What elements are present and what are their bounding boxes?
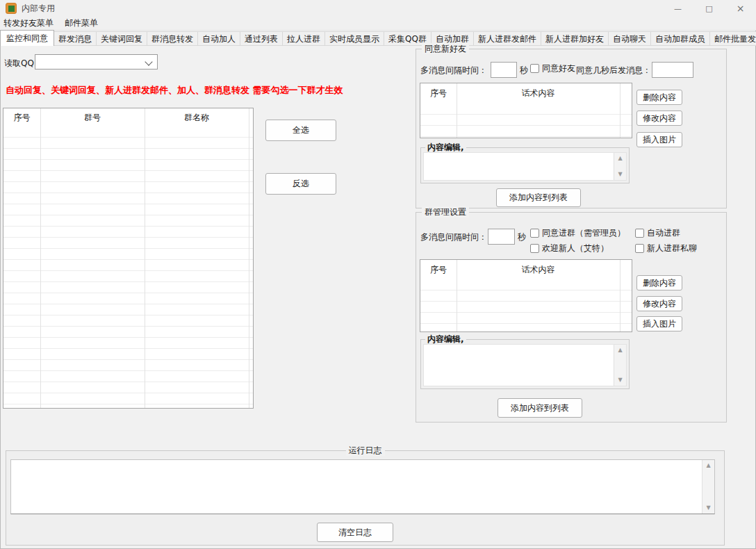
minimize-button[interactable]: — (662, 0, 693, 17)
tab-item-13[interactable]: 自动加群成员 (651, 31, 710, 46)
checkbox-auto-join[interactable]: 自动进群 (635, 228, 680, 238)
column-divider (249, 108, 249, 408)
friend-insert-image-button[interactable]: 插入图片 (636, 132, 682, 147)
friend-add-content-button[interactable]: 添加内容到列表 (496, 188, 581, 207)
clear-log-button[interactable]: 清空日志 (317, 523, 393, 542)
column-divider (620, 83, 621, 138)
editor-scrollbar[interactable]: ▲ ▼ (614, 153, 626, 180)
interval-label: 多消息间隔时间： (420, 232, 487, 242)
tab-item-3[interactable]: 群消息转发 (147, 31, 198, 46)
close-button[interactable]: × (725, 0, 756, 17)
tab-bar: 监控和同意 群发消息 关键词回复 群消息转发 自动加人 通过列表 拉人进群 实时… (0, 30, 756, 46)
col-group-number: 群号 (40, 112, 145, 124)
group-manage-section: 群管理设置 多消息间隔时间： 秒 同意进群（需管理员） 欢迎新人（艾特） 自动进… (416, 212, 727, 423)
group-content-editor[interactable] (423, 344, 627, 386)
col-index: 序号 (420, 88, 457, 99)
col-index: 序号 (420, 264, 457, 276)
tab-item-6[interactable]: 拉人进群 (283, 31, 325, 46)
checkbox-icon (530, 64, 539, 73)
tab-item-10[interactable]: 新人进群发邮件 (474, 31, 541, 46)
qq-select[interactable] (35, 54, 158, 69)
checkbox-icon (635, 244, 644, 253)
friend-delete-content-button[interactable]: 删除内容 (636, 90, 682, 105)
group-modify-content-button[interactable]: 修改内容 (636, 296, 682, 311)
friend-modify-content-button[interactable]: 修改内容 (636, 110, 682, 126)
col-index: 序号 (3, 112, 40, 124)
col-script-content: 话术内容 (457, 264, 620, 276)
group-interval-input[interactable] (488, 229, 515, 245)
script-table-body[interactable] (420, 279, 632, 331)
scroll-down-icon[interactable]: ▼ (614, 377, 626, 384)
scroll-down-icon[interactable]: ▼ (614, 171, 626, 178)
window-controls: — □ × (662, 0, 756, 17)
scroll-down-icon[interactable]: ▼ (702, 505, 714, 511)
checkbox-icon (530, 244, 539, 253)
checkbox-icon (635, 229, 644, 238)
delay-label: 同意几秒后发消息： (576, 65, 651, 75)
checkbox-private-chat[interactable]: 新人进群私聊 (635, 243, 697, 253)
group-content-editor-box: 内容编辑, ▲ ▼ (420, 339, 630, 389)
script-table-header: 序号 话术内容 (420, 260, 632, 280)
interval-input[interactable] (491, 62, 517, 78)
group-list-table[interactable]: 序号 群号 群名称 (3, 108, 254, 409)
checkbox-label: 同意进群（需管理员） (542, 228, 625, 238)
app-window: 内部专用 — □ × 转发好友菜单 邮件菜单 监控和同意 群发消息 关键词回复 … (0, 0, 756, 549)
agree-friend-checkbox[interactable]: 同意好友 (530, 63, 575, 73)
column-divider (145, 108, 145, 408)
maximize-button[interactable]: □ (693, 0, 725, 17)
friend-content-editor-box: 内容编辑, ▲ ▼ (420, 147, 630, 183)
tab-item-12[interactable]: 自动聊天 (609, 31, 651, 46)
friend-content-editor[interactable] (423, 152, 627, 181)
group-insert-image-button[interactable]: 插入图片 (636, 316, 682, 331)
tab-item-2[interactable]: 关键词回复 (97, 31, 147, 46)
scroll-up-icon[interactable]: ▲ (702, 462, 714, 469)
menu-email[interactable]: 邮件菜单 (59, 17, 104, 30)
warning-text: 自动回复、关键词回复、新人进群发邮件、加人、群消息转发 需要勾选一下群才生效 (6, 84, 402, 97)
checkbox-icon (530, 229, 539, 238)
checkbox-agree-join[interactable]: 同意进群（需管理员） (530, 228, 625, 238)
checkbox-label: 新人进群私聊 (647, 243, 697, 253)
checkbox-label: 欢迎新人（艾特） (542, 243, 609, 253)
log-scrollbar[interactable]: ▲ ▼ (702, 460, 714, 514)
column-divider (457, 260, 457, 331)
tab-item-14[interactable]: 邮件批量发送 (710, 31, 756, 46)
seconds-label: 秒 (518, 232, 526, 242)
log-output[interactable]: ▲ ▼ (10, 459, 715, 514)
col-group-name: 群名称 (145, 112, 249, 124)
read-qq-label: 读取QQ: (4, 58, 37, 68)
invert-select-button[interactable]: 反选 (265, 173, 336, 195)
delay-input[interactable] (652, 62, 693, 78)
column-divider (40, 108, 41, 408)
title-bar: 内部专用 — □ × (0, 0, 756, 17)
script-table-header: 序号 话术内容 (420, 83, 632, 104)
interval-label: 多消息间隔时间： (420, 65, 487, 75)
log-section: 运行日志 ▲ ▼ 清空日志 (6, 450, 725, 546)
scroll-up-icon[interactable]: ▲ (614, 155, 626, 162)
checkbox-welcome-new[interactable]: 欢迎新人（艾特） (530, 243, 609, 253)
tab-item-4[interactable]: 自动加人 (198, 31, 240, 46)
column-divider (457, 83, 457, 138)
group-delete-content-button[interactable]: 删除内容 (636, 275, 682, 290)
editor-scrollbar[interactable]: ▲ ▼ (614, 345, 626, 386)
friend-script-table[interactable]: 序号 话术内容 (420, 83, 632, 138)
app-icon (6, 3, 17, 14)
log-section-title: 运行日志 (346, 445, 385, 456)
checkbox-label: 自动进群 (647, 228, 680, 238)
tab-item-5[interactable]: 通过列表 (240, 31, 283, 46)
menu-forward-friend[interactable]: 转发好友菜单 (0, 17, 59, 30)
tab-item-1[interactable]: 群发消息 (54, 31, 97, 46)
col-script-content: 话术内容 (457, 88, 620, 99)
group-script-table[interactable]: 序号 话术内容 (420, 259, 632, 332)
tab-item-0[interactable]: 监控和同意 (0, 30, 54, 46)
script-table-body[interactable] (420, 104, 632, 138)
scroll-up-icon[interactable]: ▲ (614, 347, 626, 354)
tab-item-11[interactable]: 新人进群加好友 (541, 31, 609, 46)
friend-section-title: 同意新好友 (422, 43, 469, 54)
menu-bar: 转发好友菜单 邮件菜单 (0, 17, 756, 31)
select-all-button[interactable]: 全选 (265, 120, 336, 141)
friend-approve-section: 同意新好友 多消息间隔时间： 秒 同意好友 同意几秒后发消息： 序号 话术内容 … (416, 49, 727, 208)
group-add-content-button[interactable]: 添加内容到列表 (498, 398, 582, 418)
seconds-label: 秒 (520, 65, 528, 75)
tab-item-7[interactable]: 实时成员显示 (325, 31, 384, 46)
agree-friend-label: 同意好友 (542, 63, 575, 73)
